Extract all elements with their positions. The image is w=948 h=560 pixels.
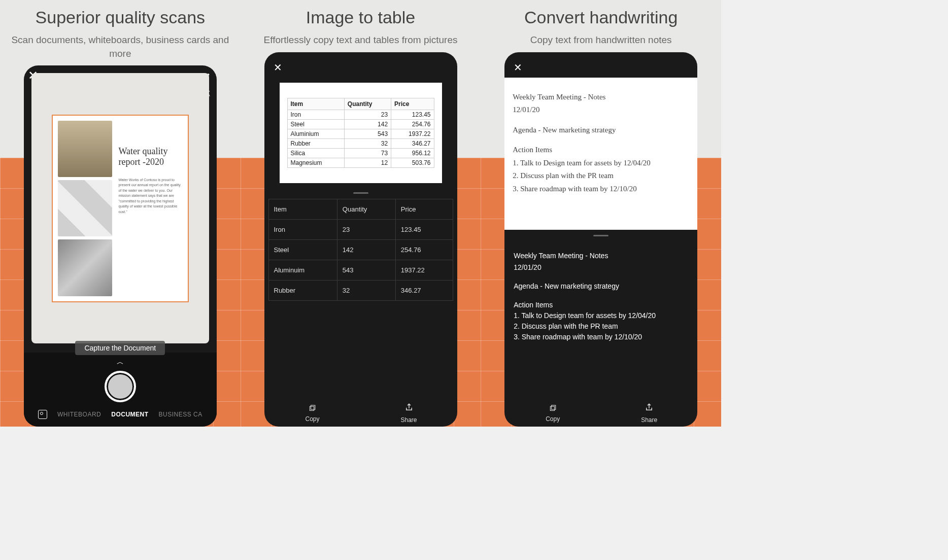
result-table: Item Quantity Price Iron23123.45Steel142… bbox=[268, 199, 453, 301]
table-cell: 956.12 bbox=[391, 148, 434, 158]
th: Item bbox=[268, 199, 337, 219]
th: Price bbox=[395, 199, 453, 219]
panel-title: Convert handwriting bbox=[524, 8, 678, 27]
table-cell: Rubber bbox=[287, 138, 344, 148]
hw-line: Agenda - New marketing strategy bbox=[513, 124, 689, 137]
table-cell: Aluminuim bbox=[268, 260, 337, 280]
panel-title: Image to table bbox=[264, 8, 458, 27]
close-icon[interactable] bbox=[274, 62, 282, 73]
table-row: Magnesium12503.76 bbox=[287, 158, 434, 167]
result-line: 3. Share roadmap with team by 12/10/20 bbox=[514, 332, 688, 342]
copy-button[interactable]: Copy bbox=[504, 403, 601, 424]
table-cell: 12 bbox=[344, 158, 391, 167]
table-cell: 543 bbox=[337, 260, 395, 280]
table-cell: Magnesium bbox=[287, 158, 344, 167]
source-image: Item Quantity Price Iron23123.45Steel142… bbox=[280, 83, 442, 183]
share-button[interactable]: Share bbox=[601, 403, 697, 424]
copy-label: Copy bbox=[546, 415, 560, 423]
table-cell: 1937.22 bbox=[391, 129, 434, 138]
share-icon bbox=[361, 403, 457, 414]
doc-title: Water quality report -2020 bbox=[118, 146, 182, 167]
drag-handle[interactable] bbox=[593, 235, 608, 236]
mode-whiteboard[interactable]: WHITEBOARD bbox=[57, 411, 101, 418]
document-text: Water quality report -2020 Water Works o… bbox=[118, 121, 182, 296]
drag-handle[interactable] bbox=[353, 192, 368, 194]
gallery-icon[interactable] bbox=[38, 410, 47, 419]
hw-line: 2. Discuss plan with the PR team bbox=[513, 169, 689, 183]
result-line: 12/01/20 bbox=[514, 262, 688, 273]
copy-icon bbox=[504, 403, 601, 413]
th: Quantity bbox=[337, 199, 395, 219]
table-row: Steel142254.76 bbox=[287, 119, 434, 129]
chevron-up-icon[interactable]: ︿ bbox=[24, 358, 217, 367]
table-cell: Rubber bbox=[268, 280, 337, 300]
phone-frame: ••• A Water quality report -2020 Water W… bbox=[24, 65, 217, 427]
copy-button[interactable]: Copy bbox=[264, 403, 361, 424]
mode-document[interactable]: DOCUMENT bbox=[111, 411, 148, 418]
copy-icon bbox=[264, 403, 361, 413]
table-row: Iron23123.45 bbox=[268, 219, 453, 239]
table-cell: Silica bbox=[287, 148, 344, 158]
table-cell: 1937.22 bbox=[395, 260, 453, 280]
table-cell: 123.45 bbox=[391, 110, 434, 119]
heading: Image to table Effortlessly copy text an… bbox=[254, 0, 468, 50]
capture-modes: WHITEBOARD DOCUMENT BUSINESS CA bbox=[24, 410, 217, 419]
table-row: Iron23123.45 bbox=[287, 110, 434, 119]
panel-scans: Superior quality scans Scan documents, w… bbox=[0, 0, 241, 427]
table-cell: Iron bbox=[268, 219, 337, 239]
table-row: Rubber32346.27 bbox=[268, 280, 453, 300]
heading: Superior quality scans Scan documents, w… bbox=[0, 0, 241, 63]
th: Item bbox=[287, 98, 344, 110]
result-line: Weekly Team Meeting - Notes bbox=[514, 251, 688, 261]
doc-image bbox=[58, 180, 113, 236]
table-cell: 254.76 bbox=[395, 239, 453, 260]
close-icon[interactable] bbox=[514, 61, 522, 74]
table-cell: 32 bbox=[344, 138, 391, 148]
table-row: Aluminium5431937.22 bbox=[287, 129, 434, 138]
document-images bbox=[58, 121, 113, 296]
handwritten-note: Weekly Team Meeting - Notes 12/01/20 Age… bbox=[504, 78, 697, 230]
camera-controls: ︿ WHITEBOARD DOCUMENT BUSINESS CA bbox=[24, 353, 217, 427]
doc-image bbox=[58, 239, 113, 296]
share-button[interactable]: Share bbox=[361, 403, 457, 424]
hw-line: Action Items bbox=[513, 144, 689, 157]
mode-business-card[interactable]: BUSINESS CA bbox=[159, 411, 202, 418]
phone-frame: Item Quantity Price Iron23123.45Steel142… bbox=[264, 52, 457, 427]
capture-hint: Capture the Document bbox=[75, 341, 165, 355]
table-cell: Steel bbox=[287, 119, 344, 129]
action-bar: Copy Share bbox=[264, 398, 457, 427]
th: Quantity bbox=[344, 98, 391, 110]
table-cell: 32 bbox=[337, 280, 395, 300]
phone-frame: Weekly Team Meeting - Notes 12/01/20 Age… bbox=[504, 52, 697, 427]
scanned-document: Water quality report -2020 Water Works o… bbox=[52, 115, 189, 302]
shutter-button[interactable] bbox=[105, 371, 136, 402]
result-line: 1. Talk to Design team for assets by 12/… bbox=[514, 310, 688, 321]
table-cell: Iron bbox=[287, 110, 344, 119]
hw-line: Weekly Team Meeting - Notes bbox=[513, 91, 689, 104]
camera-viewport: Water quality report -2020 Water Works o… bbox=[31, 73, 209, 343]
share-label: Share bbox=[400, 416, 417, 424]
action-bar: Copy Share bbox=[504, 398, 697, 427]
panel-title: Superior quality scans bbox=[10, 8, 230, 27]
panel-subtitle: Effortlessly copy text and tables from p… bbox=[264, 33, 458, 47]
table-cell: 73 bbox=[344, 148, 391, 158]
table-row: Rubber32346.27 bbox=[287, 138, 434, 148]
table-cell: 123.45 bbox=[395, 219, 453, 239]
result-line: Action Items bbox=[514, 300, 688, 310]
table-cell: 254.76 bbox=[391, 119, 434, 129]
table-cell: 23 bbox=[337, 219, 395, 239]
table-row: Silica73956.12 bbox=[287, 148, 434, 158]
share-icon bbox=[601, 403, 697, 414]
panel-subtitle: Scan documents, whiteboards, business ca… bbox=[10, 33, 230, 60]
table-cell: 142 bbox=[337, 239, 395, 260]
result-line: 2. Discuss plan with the PR team bbox=[514, 321, 688, 332]
panel-image-to-table: Image to table Effortlessly copy text an… bbox=[241, 0, 481, 427]
table-cell: 142 bbox=[344, 119, 391, 129]
table-cell: Aluminium bbox=[287, 129, 344, 138]
table-cell: Steel bbox=[268, 239, 337, 260]
share-label: Share bbox=[641, 416, 657, 424]
hw-line: 12/01/20 bbox=[513, 103, 689, 117]
table-cell: 503.76 bbox=[391, 158, 434, 167]
hw-line: 1. Talk to Design team for assets by 12/… bbox=[513, 157, 689, 170]
table-cell: 346.27 bbox=[395, 280, 453, 300]
